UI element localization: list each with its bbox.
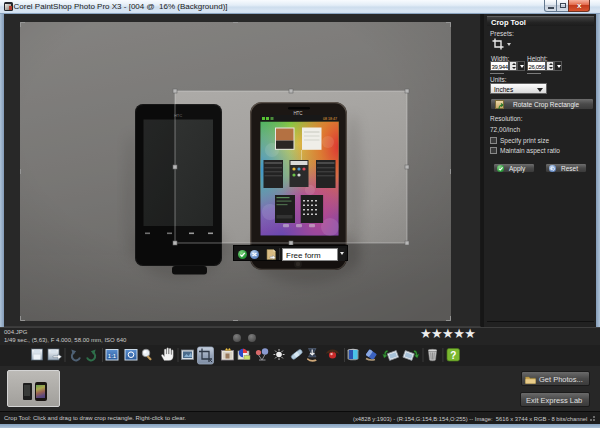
svg-text:1:1: 1:1 bbox=[108, 353, 117, 359]
svg-text:?: ? bbox=[450, 350, 456, 361]
svg-text:HTC: HTC bbox=[293, 111, 303, 116]
svg-text:08 18:47: 08 18:47 bbox=[323, 117, 337, 121]
